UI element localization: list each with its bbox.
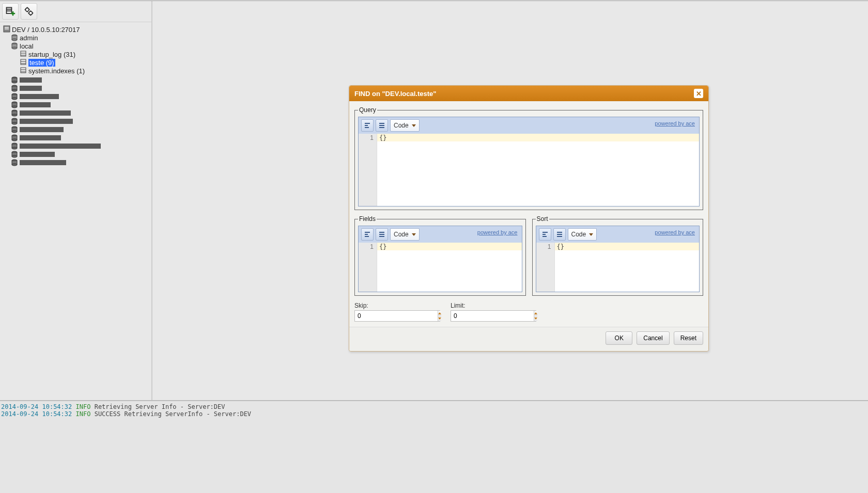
- tree-db-node-redacted[interactable]: [11, 142, 149, 150]
- align-left-button[interactable]: [361, 228, 374, 241]
- code-dropdown-label: Code: [571, 231, 586, 238]
- sidebar: DEV / 10.0.5.10:27017 admin local: [0, 1, 152, 400]
- tree-db-node[interactable]: local: [2, 42, 149, 50]
- fields-group: Fields Code powered by ace: [354, 215, 526, 296]
- align-justify-button[interactable]: [376, 228, 388, 241]
- server-icon: [3, 25, 10, 34]
- tree-collection-node[interactable]: system.indexes (1): [2, 67, 149, 75]
- code-dropdown-label: Code: [394, 122, 409, 129]
- database-icon: [11, 126, 18, 133]
- code-mode-dropdown[interactable]: Code: [390, 228, 420, 241]
- align-left-button[interactable]: [361, 119, 374, 132]
- limit-input-wrap: [451, 310, 536, 322]
- database-icon: [11, 159, 18, 166]
- svg-point-41: [12, 98, 17, 100]
- svg-point-44: [12, 106, 17, 108]
- redacted-label: [20, 119, 73, 124]
- tree-server-node[interactable]: DEV / 10.0.5.10:27017: [2, 25, 149, 34]
- limit-increment-button[interactable]: [534, 311, 537, 316]
- tree-collection-node[interactable]: startup_log (31): [2, 50, 149, 58]
- query-legend: Query: [358, 106, 377, 114]
- tree-db-node-redacted[interactable]: [11, 84, 149, 92]
- code-content[interactable]: {}: [377, 134, 699, 142]
- dialog-body: Query Code: [349, 101, 708, 327]
- editor-toolbar: Code powered by ace: [359, 226, 522, 243]
- align-left-button[interactable]: [539, 228, 551, 241]
- redacted-label: [20, 110, 71, 116]
- svg-point-62: [12, 155, 17, 157]
- fields-legend: Fields: [358, 215, 377, 222]
- dialog-footer: OK Cancel Reset: [349, 327, 708, 351]
- powered-by-link[interactable]: powered by ace: [655, 229, 695, 235]
- tree-db-node-redacted[interactable]: [11, 125, 149, 134]
- database-plus-icon: [5, 6, 16, 17]
- editor-body[interactable]: 1 {}: [359, 134, 699, 206]
- align-justify-icon: [378, 122, 385, 129]
- tree-db-node-redacted[interactable]: [11, 101, 149, 109]
- redacted-label: [20, 160, 66, 165]
- limit-decrement-button[interactable]: [534, 316, 537, 322]
- tree-server-label: DEV / 10.0.5.10:27017: [12, 26, 80, 34]
- skip-decrement-button[interactable]: [438, 316, 441, 322]
- database-icon: [11, 109, 18, 117]
- dialog-titlebar[interactable]: FIND on "DEV.local.teste" ✕: [349, 86, 708, 101]
- svg-point-6: [29, 11, 33, 15]
- align-justify-button[interactable]: [376, 119, 388, 132]
- settings-button[interactable]: [21, 3, 37, 20]
- align-left-icon: [541, 231, 549, 238]
- database-icon: [11, 34, 18, 41]
- code-mode-dropdown[interactable]: Code: [390, 119, 420, 132]
- tree-db-node-redacted[interactable]: [11, 158, 149, 167]
- align-justify-icon: [378, 231, 385, 238]
- editor-body[interactable]: 1 {}: [536, 243, 700, 292]
- tree-db-node-redacted[interactable]: [11, 109, 149, 117]
- code-content[interactable]: {}: [555, 243, 700, 251]
- skip-limit-row: Skip: Limit:: [354, 302, 703, 322]
- redacted-label: [20, 86, 42, 91]
- tree-db-node-redacted[interactable]: [11, 92, 149, 101]
- database-icon: [11, 101, 18, 108]
- add-connection-button[interactable]: [2, 3, 19, 20]
- powered-by-link[interactable]: powered by ace: [477, 229, 518, 235]
- svg-point-35: [12, 81, 17, 83]
- align-justify-button[interactable]: [553, 228, 566, 241]
- tree-db-node-redacted[interactable]: [11, 76, 149, 84]
- tree-redacted-group: [2, 76, 149, 167]
- svg-point-65: [12, 164, 17, 166]
- tree-db-node-redacted[interactable]: [11, 134, 149, 142]
- code-mode-dropdown[interactable]: Code: [568, 228, 597, 241]
- log-timestamp: 2014-09-24 10:54:32: [1, 403, 72, 410]
- tree-db-node-redacted[interactable]: [11, 150, 149, 158]
- editor-toolbar: Code powered by ace: [359, 117, 699, 134]
- editor-body[interactable]: 1 {}: [359, 243, 522, 292]
- svg-rect-17: [5, 28, 9, 29]
- tree-db-node-redacted[interactable]: [11, 117, 149, 125]
- log-message: SUCCESS Retrieving ServerInfo - Server:D…: [95, 410, 251, 418]
- powered-by-link[interactable]: powered by ace: [655, 120, 695, 126]
- line-gutter: 1: [359, 243, 377, 292]
- skip-input[interactable]: [355, 311, 438, 321]
- tree-collection-label: teste (9): [28, 59, 55, 67]
- tree-db-node[interactable]: admin: [2, 34, 149, 42]
- code-dropdown-label: Code: [394, 231, 409, 238]
- database-icon: [11, 85, 18, 92]
- tree-db-label: local: [20, 42, 34, 50]
- find-dialog: FIND on "DEV.local.teste" ✕ Query: [349, 85, 709, 352]
- gears-icon: [24, 6, 34, 17]
- reset-button[interactable]: Reset: [674, 331, 703, 345]
- svg-point-53: [12, 131, 17, 133]
- redacted-label: [20, 127, 64, 132]
- skip-label: Skip:: [354, 302, 440, 309]
- svg-point-38: [12, 89, 17, 91]
- svg-point-20: [12, 39, 17, 41]
- sort-editor: Code powered by ace 1 {}: [536, 226, 700, 292]
- svg-point-50: [12, 122, 17, 124]
- chevron-down-icon: [589, 233, 593, 236]
- dialog-close-button[interactable]: ✕: [694, 89, 703, 98]
- cancel-button[interactable]: Cancel: [637, 331, 669, 345]
- code-content[interactable]: {}: [377, 243, 522, 251]
- ok-button[interactable]: OK: [606, 331, 632, 345]
- tree-collection-node[interactable]: teste (9): [2, 58, 149, 67]
- skip-increment-button[interactable]: [438, 311, 441, 316]
- limit-input[interactable]: [451, 311, 534, 321]
